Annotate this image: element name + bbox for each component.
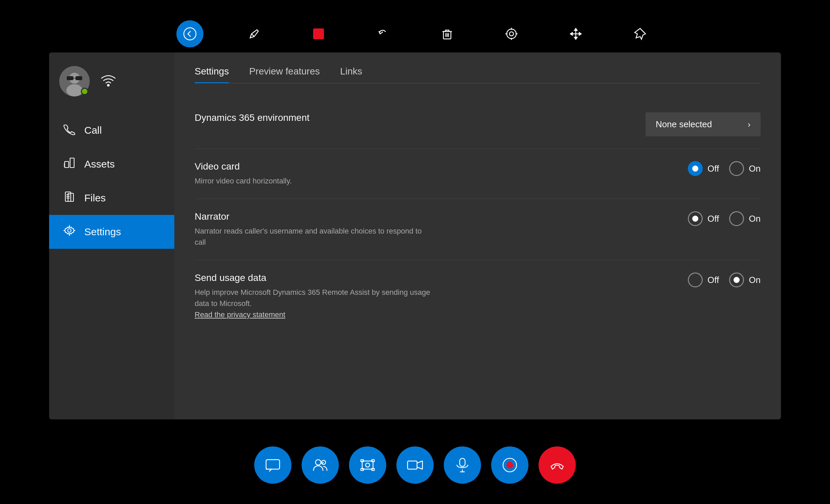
usage-data-off-option[interactable]: Off (688, 272, 719, 287)
usage-data-on-option[interactable]: On (729, 272, 761, 287)
svg-rect-26 (460, 458, 465, 466)
svg-point-0 (184, 28, 196, 40)
video-card-radio-group: Off On (688, 161, 761, 176)
user-section (49, 59, 174, 103)
svg-rect-20 (361, 460, 364, 462)
svg-point-24 (366, 463, 370, 467)
wifi-icon (100, 73, 117, 90)
svg-rect-21 (372, 460, 374, 462)
stop-button[interactable] (305, 20, 332, 47)
svg-rect-23 (372, 468, 374, 470)
video-card-desc: Mirror video card horizontally. (195, 175, 432, 187)
tab-settings[interactable]: Settings (195, 66, 229, 83)
trash-button[interactable] (434, 20, 461, 47)
move-button[interactable] (562, 20, 589, 47)
svg-rect-8 (67, 76, 73, 80)
usage-data-on-label: On (749, 275, 761, 285)
chat-button[interactable] (254, 446, 291, 484)
svg-rect-19 (362, 461, 373, 469)
tab-links[interactable]: Links (340, 66, 362, 83)
narrator-off-option[interactable]: Off (688, 211, 719, 226)
target-button[interactable] (498, 20, 525, 47)
avatar-wrapper (59, 66, 90, 96)
video-card-label: Video card (195, 161, 432, 172)
svg-rect-16 (266, 460, 280, 469)
narrator-radio-group: Off On (688, 211, 761, 226)
settings-label: Settings (84, 226, 121, 238)
narrator-on-radio[interactable] (729, 211, 744, 226)
camera-button[interactable] (396, 446, 434, 484)
privacy-statement-link[interactable]: Read the privacy statement (195, 310, 285, 319)
end-call-button[interactable] (539, 446, 576, 484)
svg-point-7 (66, 84, 83, 96)
narrator-label-area: Narrator Narrator reads caller's usernam… (195, 211, 432, 248)
online-badge (81, 88, 88, 95)
video-card-label-area: Video card Mirror video card horizontall… (195, 161, 432, 187)
usage-data-on-radio[interactable] (729, 272, 744, 287)
usage-data-radio-group: Off On (688, 272, 761, 287)
usage-data-off-label: Off (707, 275, 719, 285)
svg-rect-9 (75, 76, 82, 80)
video-card-on-label: On (749, 163, 761, 174)
sidebar-item-settings[interactable]: Settings (49, 215, 174, 249)
sidebar-item-files[interactable]: Files (49, 181, 174, 215)
svg-rect-11 (65, 161, 69, 168)
svg-point-10 (108, 84, 109, 86)
tab-preview[interactable]: Preview features (249, 66, 320, 83)
main-container: Call Assets Files (49, 52, 781, 419)
svg-point-4 (509, 32, 514, 36)
dynamics365-value: None selected (656, 119, 712, 130)
video-card-row: Video card Mirror video card horizontall… (195, 149, 761, 199)
screenshot-button[interactable] (349, 446, 386, 484)
call-label: Call (84, 125, 102, 136)
sidebar: Call Assets Files (49, 52, 174, 419)
files-label: Files (84, 192, 106, 204)
mic-button[interactable] (444, 446, 481, 484)
svg-point-15 (68, 229, 71, 232)
dynamics365-label: Dynamics 365 environment (195, 112, 432, 123)
video-card-on-option[interactable]: On (729, 161, 761, 176)
svg-rect-25 (408, 461, 417, 469)
video-card-off-option[interactable]: Off (688, 161, 719, 176)
participants-button[interactable] (302, 446, 339, 484)
pen-button[interactable] (241, 20, 268, 47)
svg-point-28 (506, 462, 513, 468)
bottom-toolbar (0, 446, 830, 484)
tabs: Settings Preview features Links (195, 66, 761, 83)
sidebar-item-assets[interactable]: Assets (49, 147, 174, 181)
record-button[interactable] (491, 446, 528, 484)
assets-label: Assets (84, 158, 115, 170)
files-icon (63, 191, 76, 205)
video-card-off-radio[interactable] (688, 161, 703, 176)
settings-icon (63, 224, 76, 239)
svg-rect-22 (361, 468, 364, 470)
narrator-row: Narrator Narrator reads caller's usernam… (195, 199, 761, 260)
narrator-off-radio[interactable] (688, 211, 703, 226)
usage-data-desc: Help improve Microsoft Dynamics 365 Remo… (195, 287, 432, 320)
svg-point-3 (507, 29, 516, 39)
dynamics365-dropdown[interactable]: None selected › (646, 112, 761, 136)
call-icon (63, 123, 76, 138)
video-card-on-radio[interactable] (729, 161, 744, 176)
narrator-off-label: Off (707, 214, 719, 224)
svg-rect-1 (313, 28, 324, 39)
undo-button[interactable] (369, 20, 396, 47)
narrator-on-label: On (749, 214, 761, 224)
chevron-right-icon: › (748, 120, 750, 129)
back-button[interactable] (176, 20, 203, 47)
svg-rect-12 (70, 158, 74, 168)
usage-data-row: Send usage data Help improve Microsoft D… (195, 260, 761, 332)
usage-data-label-area: Send usage data Help improve Microsoft D… (195, 272, 432, 320)
dynamics365-label-area: Dynamics 365 environment (195, 112, 432, 127)
svg-point-17 (315, 460, 321, 465)
content-area: Settings Preview features Links Dynamics… (174, 52, 781, 419)
sidebar-item-call[interactable]: Call (49, 113, 174, 147)
dynamics365-row: Dynamics 365 environment None selected › (195, 100, 761, 149)
usage-data-off-radio[interactable] (688, 272, 703, 287)
usage-data-label: Send usage data (195, 272, 432, 283)
video-card-off-label: Off (707, 163, 719, 174)
narrator-desc: Narrator reads caller's username and ava… (195, 225, 432, 248)
narrator-on-option[interactable]: On (729, 211, 761, 226)
top-toolbar (0, 20, 830, 47)
pin-button[interactable] (627, 20, 654, 47)
